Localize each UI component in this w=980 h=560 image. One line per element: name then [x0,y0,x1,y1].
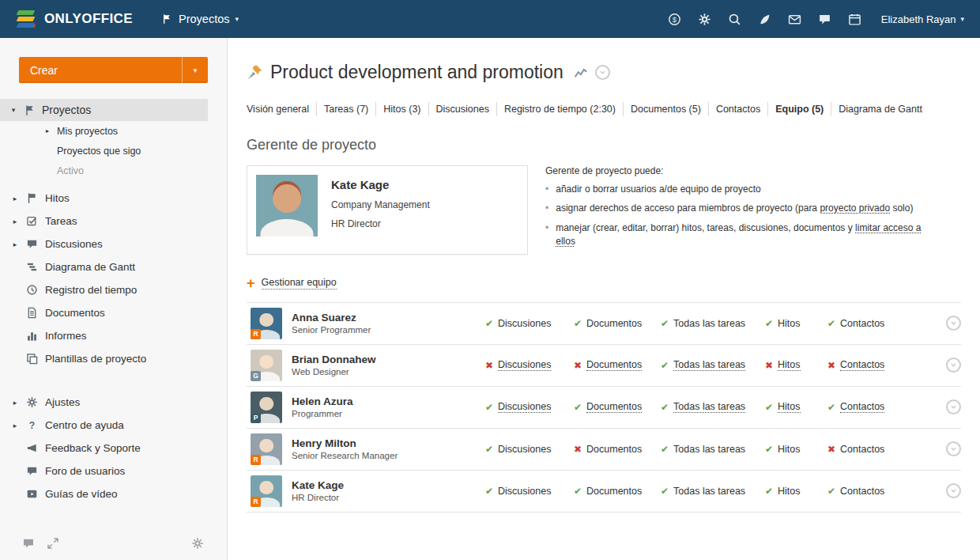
sidebar-help-nav: ▸Ajustes▸?Centro de ayudaFeedback y Sopo… [0,391,227,505]
help-icon: ? [26,419,38,431]
avatar[interactable]: R [251,433,282,465]
sidebar-item-activo[interactable]: Activo [0,161,227,180]
check-icon: ✔ [661,403,669,412]
manage-team-label: Gestionar equipo [262,277,337,289]
member-name[interactable]: Kate Kage [292,479,344,491]
sidebar-item-registro-del-tiempo[interactable]: Registro del tiempo [0,278,227,301]
manage-team-link[interactable]: + Gestionar equipo [247,277,337,289]
sidebar-item-feedback-y-soporte[interactable]: Feedback y Soporte [0,437,227,460]
sidebar-item-plantillas-de-proyecto[interactable]: Plantillas de proyecto [0,347,227,370]
bullet-text: manejar (crear, editar, borrar) hitos, t… [556,222,855,233]
sidebar-item-foro-de-usuarios[interactable]: Foro de usuarios [0,460,227,482]
onlyoffice-logo[interactable]: ONLYOFFICE [16,9,133,29]
row-actions-icon[interactable] [946,316,961,331]
tab-tareas-7[interactable]: Tareas (7) [317,102,376,116]
permission-label[interactable]: Contactos [840,359,884,371]
feed-icon[interactable] [753,7,777,31]
permission-label[interactable]: Hitos [778,401,800,413]
member-name[interactable]: Anna Suarez [292,312,371,324]
project-activity-icon[interactable] [574,66,588,80]
settings-icon[interactable] [693,7,717,31]
bullet-text: solo) [890,202,913,214]
sidebar-item-label: Foro de usuarios [45,465,125,477]
permission-label[interactable]: Contactos [840,401,884,413]
permission-label[interactable]: Discusiones [498,359,551,371]
row-actions-icon[interactable] [946,483,961,498]
permission-label: Contactos [840,486,884,497]
manager-name[interactable]: Kate Kage [331,178,430,191]
gear-icon[interactable] [191,537,205,551]
user-menu[interactable]: Elizabeth Rayan ▾ [881,13,964,25]
sidebar-item-ajustes[interactable]: ▸Ajustes [0,391,227,414]
module-selector[interactable]: Proyectos ▾ [161,13,239,25]
permission-contactos: ✖Contactos [827,444,937,455]
payments-icon[interactable]: $ [663,7,687,31]
sidebar-item-documentos[interactable]: Documentos [0,301,227,324]
permission-label: Discusiones [498,486,551,497]
search-icon[interactable] [723,7,747,31]
calendar-icon[interactable] [843,7,867,31]
sidebar-item-discusiones[interactable]: ▸Discusiones [0,233,227,255]
row-actions-icon[interactable] [946,358,961,373]
check-icon: ✔ [661,361,669,370]
templates-icon [26,353,38,365]
member-name[interactable]: Henry Milton [292,437,398,449]
tab-equipo-5[interactable]: Equipo (5) [768,102,831,116]
member-name[interactable]: Helen Azura [292,395,353,407]
document-icon [26,307,38,319]
permission-label[interactable]: Todas las tareas [673,359,745,371]
permission-label[interactable]: Todas las tareas [673,401,745,413]
avatar[interactable]: R [251,308,282,339]
tab-vision-general[interactable]: Visión general [247,102,317,116]
permission-label: Todas las tareas [673,486,745,497]
member-role: Web Designer [292,367,376,376]
sidebar-item-tareas[interactable]: ▸Tareas [0,210,227,233]
tab-diagrama-de-gantt[interactable]: Diagrama de Gantt [831,102,929,116]
chevron-down-icon[interactable]: ▾ [182,57,208,83]
talk-icon[interactable] [813,7,837,31]
tab-hitos-3[interactable]: Hitos (3) [376,102,428,116]
member-name[interactable]: Brian Donnahew [292,354,376,365]
permission-label[interactable]: Documentos [586,359,642,371]
bullet-link[interactable]: proyecto privado [820,202,890,214]
create-button[interactable]: Crear ▾ [19,57,208,83]
chat-icon[interactable] [22,537,36,551]
permission-label[interactable]: Hitos [778,359,800,371]
permission-label: Hitos [778,318,800,329]
sidebar-item-label: Proyectos [42,104,91,116]
avatar[interactable]: P [251,392,282,423]
sidebar-item-guias-de-video[interactable]: Guías de vídeo [0,482,227,505]
sidebar-item-informes[interactable]: Informes [0,324,227,347]
team-row: RKate KageHR Director✔Discusiones✔Docume… [247,471,961,513]
member-info: Anna SuarezSenior Programmer [292,312,371,335]
permission-label[interactable]: Documentos [586,401,642,413]
manager-info: Kate Kage Company Management HR Director [331,175,430,245]
sidebar-item-proyectos[interactable]: ▾ Proyectos [0,99,208,121]
permission-documentos: ✔Documentos [574,318,661,329]
sidebar-item-mis-proyectos[interactable]: ▸ Mis proyectos [0,121,227,141]
sidebar-item-diagrama-de-gantt[interactable]: Diagrama de Gantt [0,255,227,278]
tab-discusiones[interactable]: Discusiones [429,102,497,116]
expand-arrow-icon: ▸ [11,399,19,407]
sidebar-subitem-label: Proyectos que sigo [57,146,141,157]
mail-icon[interactable] [783,7,807,31]
create-button-label: Crear [19,57,182,83]
avatar[interactable]: G [251,350,282,381]
manager-photo[interactable] [256,175,318,236]
svg-text:?: ? [29,420,35,431]
sidebar-item-hitos[interactable]: ▸Hitos [0,187,227,210]
tab-documentos-5[interactable]: Documentos (5) [624,102,709,116]
avatar[interactable]: R [251,475,282,507]
project-actions-icon[interactable] [595,65,610,80]
row-actions-icon[interactable] [946,399,961,414]
tab-contactos[interactable]: Contactos [709,102,768,116]
row-actions-icon[interactable] [946,441,961,456]
permission-label[interactable]: Discusiones [498,401,551,413]
permission-discusiones: ✖Discusiones [485,359,574,371]
member-role: Senior Programmer [292,325,371,335]
sidebar-item-proyectos-que-sigo[interactable]: Proyectos que sigo [0,141,227,161]
resize-icon[interactable] [47,537,60,551]
sidebar-item-centro-de-ayuda[interactable]: ▸?Centro de ayuda [0,414,227,437]
permission-hitos: ✔Hitos [765,401,827,413]
tab-registro-de-tiempo-2-30[interactable]: Registro de tiempo (2:30) [497,102,624,116]
